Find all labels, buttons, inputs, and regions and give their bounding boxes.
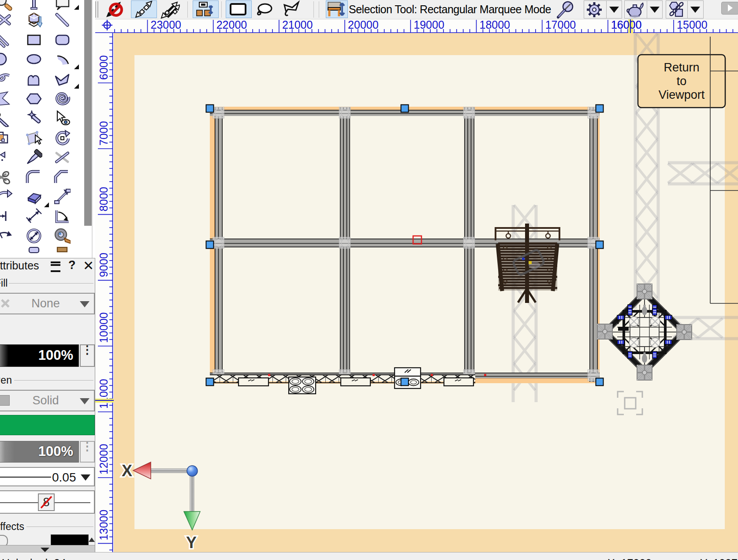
svg-text:Viewport: Viewport bbox=[659, 88, 705, 101]
svg-text:18000: 18000 bbox=[480, 19, 511, 31]
svg-text:15000: 15000 bbox=[677, 19, 708, 31]
svg-text:12000: 12000 bbox=[97, 444, 110, 475]
svg-text:13000: 13000 bbox=[97, 510, 110, 541]
svg-text:X: X bbox=[122, 462, 132, 480]
svg-text:21000: 21000 bbox=[282, 19, 313, 31]
svg-text:22000: 22000 bbox=[216, 19, 247, 31]
svg-text:16000: 16000 bbox=[611, 19, 642, 31]
svg-text:7000: 7000 bbox=[97, 121, 110, 146]
svg-text:6000: 6000 bbox=[97, 55, 110, 80]
svg-text:9000: 9000 bbox=[97, 253, 110, 277]
svg-text:Y: Y bbox=[186, 534, 197, 552]
svg-text:Return: Return bbox=[663, 61, 699, 74]
svg-text:19000: 19000 bbox=[414, 19, 444, 31]
svg-text:23000: 23000 bbox=[151, 19, 182, 31]
svg-text:11000: 11000 bbox=[97, 379, 110, 409]
svg-text:10000: 10000 bbox=[97, 312, 110, 343]
svg-text:20000: 20000 bbox=[348, 19, 379, 31]
svg-text:8000: 8000 bbox=[97, 187, 110, 212]
svg-text:17000: 17000 bbox=[545, 19, 576, 31]
svg-text:to: to bbox=[677, 75, 687, 88]
